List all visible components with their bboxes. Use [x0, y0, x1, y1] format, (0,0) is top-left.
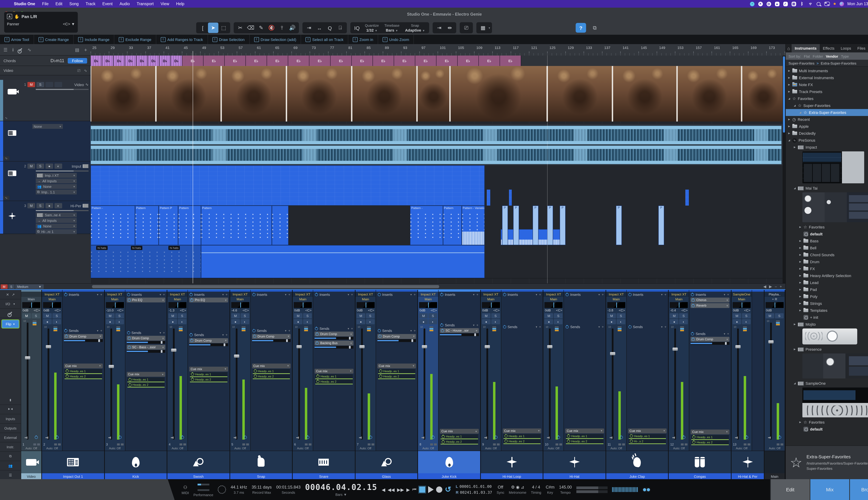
channel-plugin-label[interactable]: Impact XT: [544, 292, 564, 297]
power-icon[interactable]: [128, 378, 132, 381]
cue-send-slot[interactable]: Headp..es 1: [253, 369, 290, 374]
power-icon[interactable]: [316, 375, 319, 378]
expand-arrow-icon[interactable]: ▶: [793, 323, 796, 326]
expand-arrow-icon[interactable]: ▶: [788, 83, 791, 86]
add-insert-icon[interactable]: +: [602, 293, 604, 296]
bend-tool-button[interactable]: ⫯: [277, 23, 287, 33]
inserts-header[interactable]: Inserts▼+: [501, 292, 543, 297]
tree-item-recent[interactable]: ▶◷Recent: [786, 116, 868, 123]
cue-send-slot[interactable]: Headp..es 2: [692, 440, 729, 445]
channel-footer[interactable]: Kick: [105, 451, 167, 480]
midi-region[interactable]: Pattern: [135, 206, 159, 245]
expand-arrow-icon[interactable]: ▶: [793, 146, 796, 149]
tree-item-extra-super-favorites[interactable]: ◢☆Extra-Super-Favorites: [786, 109, 868, 116]
channel-monitor-button[interactable]: ◐: [742, 319, 751, 324]
tree-item-fx[interactable]: ▶FX: [786, 265, 868, 272]
power-icon[interactable]: [442, 435, 445, 438]
add-send-icon[interactable]: +: [288, 329, 290, 333]
macro-draw-selection-add-[interactable]: ⇧Draw Selection (add): [250, 35, 301, 44]
fader-handle[interactable]: [547, 345, 552, 349]
gain-value[interactable]: -4.6: [231, 308, 237, 313]
mute-tool-button[interactable]: 🔇: [266, 23, 277, 33]
power-icon[interactable]: [64, 329, 67, 332]
channel-fader-area[interactable]: 10: [545, 326, 562, 441]
channel-icon-area[interactable]: [418, 451, 480, 473]
channel-output-label[interactable]: Main: [606, 297, 626, 302]
fader-handle[interactable]: [422, 345, 427, 349]
bluetooth-icon[interactable]: ᛒ: [800, 2, 804, 6]
gain-value[interactable]: 0dB: [545, 308, 551, 313]
cue-send-slot[interactable]: Headp..es 2: [566, 439, 603, 444]
menu-item-transport[interactable]: Transport: [133, 2, 157, 6]
tree-item-note-fx[interactable]: ▶Note FX: [786, 81, 868, 88]
channel-mute-button[interactable]: M: [294, 313, 302, 318]
channel-fader-area[interactable]: 10: [420, 326, 437, 441]
cue-mix-slot[interactable]: Cue mix▼: [252, 363, 290, 368]
power-icon[interactable]: [628, 293, 631, 296]
tree-item-super-favorites[interactable]: ◢☆Super-Favorites: [786, 102, 868, 109]
channel-solo-button[interactable]: S: [429, 313, 437, 318]
channel-footer[interactable]: Juke Clap: [606, 451, 668, 480]
cue-send-slot[interactable]: Headp..es 2: [315, 379, 353, 384]
channel-fader-area[interactable]: 10: [169, 326, 186, 441]
stop-button[interactable]: [419, 486, 426, 493]
power-icon[interactable]: [691, 293, 694, 296]
sampleone-plugin-thumbnail[interactable]: [802, 387, 868, 417]
chord-block[interactable]: D♭: [171, 56, 182, 66]
sends-header[interactable]: Sends▼+: [188, 332, 229, 338]
solo-button[interactable]: S: [36, 82, 44, 87]
sends-header[interactable]: Sends▼+: [125, 330, 167, 336]
arrange-t3-dropdown-3[interactable]: ⧉Hi-..rc 1▼: [36, 229, 77, 234]
expand-arrow-icon[interactable]: ▶: [799, 253, 802, 256]
channel-footer[interactable]: Congas: [669, 451, 731, 480]
power-icon[interactable]: [442, 440, 445, 443]
channel-name-label[interactable]: Juke Clap: [606, 473, 668, 480]
power-icon[interactable]: [630, 434, 633, 438]
gain-value[interactable]: -10.0: [106, 308, 114, 313]
channel-strip[interactable]: Impact XTMain-10.0<C>MS●◐103Auto: Off: [105, 290, 125, 451]
sync-setting[interactable]: OffSync: [497, 485, 504, 495]
automation-mode-label[interactable]: Auto: Off: [544, 446, 564, 451]
automation-mode-label[interactable]: Auto: Off: [167, 446, 187, 451]
play-button[interactable]: [428, 486, 434, 493]
chord-block[interactable]: E♭: [479, 56, 500, 66]
browser-home-icon[interactable]: ⌂: [786, 46, 792, 51]
channel-name-label[interactable]: Hi-Hat Loop: [481, 473, 543, 480]
power-icon[interactable]: [252, 293, 255, 296]
channel-name-label[interactable]: Glass: [355, 473, 417, 480]
channel-power-icon[interactable]: [118, 436, 121, 439]
playhead[interactable]: [193, 51, 193, 283]
cue-send-slot[interactable]: Headp..es 2: [127, 383, 164, 387]
mute-button[interactable]: M: [27, 163, 35, 169]
automation-mode-label[interactable]: Auto: Off: [42, 446, 62, 451]
eraser-tool-button[interactable]: ⌫: [245, 23, 256, 33]
inserts-header[interactable]: Inserts▼+: [125, 292, 167, 297]
external-button[interactable]: External: [0, 433, 21, 442]
breadcrumb-item[interactable]: Extra-Super-Favorites: [821, 61, 856, 65]
expand-arrow-icon[interactable]: ▶: [788, 125, 791, 128]
cue-send-slot[interactable]: Headp..es 2: [503, 439, 541, 444]
power-icon[interactable]: [253, 335, 256, 338]
automation-curve-icon[interactable]: ∿: [27, 47, 32, 52]
pan-control[interactable]: [106, 302, 124, 308]
pan-control[interactable]: [766, 302, 784, 308]
loop-end-marker[interactable]: [547, 56, 548, 283]
rewind-button[interactable]: ◀◀: [388, 487, 395, 492]
tree-item-apple[interactable]: ▶Apple: [786, 123, 868, 130]
power-icon[interactable]: [504, 440, 507, 443]
channel-output-label[interactable]: Main: [669, 297, 689, 302]
video-thumbnail[interactable]: [221, 66, 286, 122]
add-send-icon[interactable]: +: [100, 329, 102, 333]
chevron-down-icon[interactable]: ▼: [410, 330, 412, 332]
tree-item-default[interactable]: default: [786, 230, 868, 238]
send-level-slider[interactable]: [315, 346, 353, 349]
channel-output-label[interactable]: Main: [355, 297, 376, 302]
channel-strip[interactable]: Impact XTMain0dB<C>MS●◐102Auto: Off: [42, 290, 62, 451]
channel-solo-button[interactable]: S: [32, 313, 40, 318]
power-icon[interactable]: [66, 375, 69, 378]
pattern-bar[interactable]: P: [616, 206, 622, 245]
chevron-down-icon[interactable]: ▼: [598, 293, 600, 296]
power-icon[interactable]: [190, 293, 193, 296]
channel-record-button[interactable]: ●: [482, 319, 491, 324]
channel-record-button[interactable]: ●: [43, 319, 52, 324]
